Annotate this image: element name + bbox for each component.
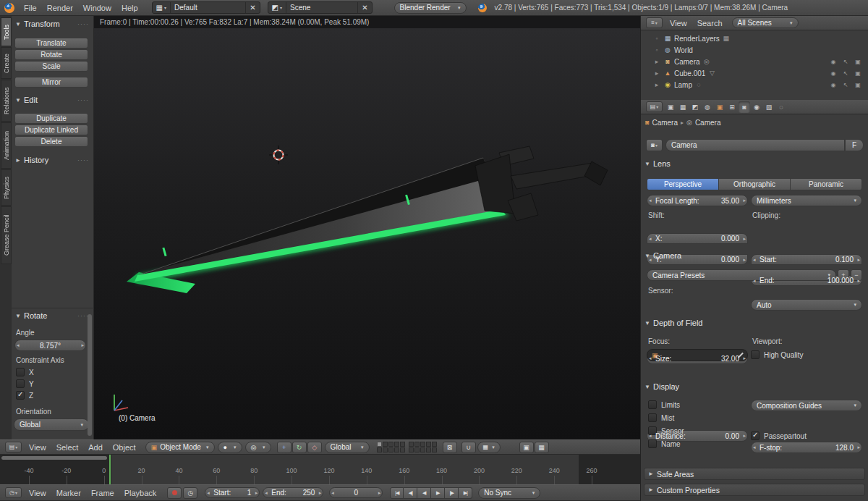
high-quality-checkbox[interactable]: [751, 350, 760, 359]
viewport-menu-view[interactable]: View: [24, 443, 51, 452]
mist-checkbox[interactable]: [648, 413, 657, 422]
layer-toggle[interactable]: [400, 442, 405, 447]
layer-toggle[interactable]: [388, 447, 393, 452]
mode-dropdown[interactable]: ▣ Object Mode: [145, 442, 215, 453]
viewport-menu-add[interactable]: Add: [83, 443, 108, 452]
layer-toggle[interactable]: [432, 442, 437, 447]
layer-toggle[interactable]: [426, 447, 431, 452]
current-frame-field[interactable]: 0: [329, 487, 383, 498]
layer-toggle[interactable]: [409, 447, 414, 452]
layer-toggle[interactable]: [414, 442, 420, 447]
layer-toggle[interactable]: [394, 447, 399, 452]
render-restrict-icon[interactable]: ▣: [853, 59, 863, 65]
visibility-restrict-icon[interactable]: ◉: [828, 70, 838, 77]
outliner-row-renderlayers[interactable]: ◦ ▦ RenderLayers ▦: [641, 33, 868, 44]
viewport-scene[interactable]: [94, 28, 640, 439]
av-sync-dropdown[interactable]: No Sync: [478, 487, 540, 499]
properties-tab-scene[interactable]: ◩: [689, 101, 701, 113]
perspective-button[interactable]: Perspective: [647, 178, 719, 190]
angle-value-field[interactable]: 8.757°: [14, 340, 86, 351]
menu-window[interactable]: Window: [78, 4, 116, 12]
translate-manipulator-button[interactable]: +: [277, 442, 292, 453]
properties-tab-render-layers[interactable]: ▦: [677, 101, 689, 113]
outliner-menu-search[interactable]: Search: [692, 19, 728, 28]
menu-file[interactable]: File: [19, 4, 42, 12]
selectability-restrict-icon[interactable]: ↖: [841, 70, 851, 77]
snap-element-dropdown[interactable]: ▦: [477, 442, 501, 453]
breadcrumb-object[interactable]: Camera: [652, 119, 678, 127]
transform-panel-header[interactable]: ▼Transform: [14, 20, 91, 28]
tab-physics[interactable]: Physics: [1, 169, 12, 206]
transform-orientation-dropdown[interactable]: Global: [325, 442, 370, 453]
blender-logo-icon[interactable]: [4, 3, 14, 13]
passepartout-checkbox[interactable]: [751, 431, 760, 440]
visibility-restrict-icon[interactable]: ◉: [828, 59, 838, 65]
camera-presets-dropdown[interactable]: Camera Presets: [647, 269, 836, 281]
orthographic-button[interactable]: Orthographic: [719, 178, 791, 190]
rotate-operator-header[interactable]: ▼Rotate: [14, 311, 91, 320]
properties-tab-world[interactable]: ◍: [702, 101, 713, 113]
playback-button[interactable]: ▶: [431, 487, 445, 499]
mirror-button[interactable]: Mirror: [14, 77, 88, 88]
layer-toggle[interactable]: [377, 442, 382, 447]
playback-button[interactable]: |▶: [445, 487, 459, 499]
delete-button[interactable]: Delete: [14, 136, 88, 147]
panel-grip[interactable]: [77, 20, 91, 28]
layer-toggle[interactable]: [400, 447, 405, 452]
layer-toggle[interactable]: [414, 447, 420, 452]
fake-user-button[interactable]: F: [845, 139, 864, 151]
outliner-menu-view[interactable]: View: [665, 19, 692, 28]
layer-toggle[interactable]: [409, 442, 414, 447]
preview-range-button[interactable]: ◷: [183, 487, 197, 499]
scene-browse-button[interactable]: ◩: [268, 2, 286, 13]
x-axis-checkbox[interactable]: [16, 368, 25, 376]
layer-toggle[interactable]: [388, 442, 393, 447]
timeline-menu-frame[interactable]: Frame: [86, 489, 119, 497]
edit-panel-header[interactable]: ▼Edit: [14, 96, 91, 104]
name-checkbox[interactable]: [648, 439, 657, 448]
tab-relations[interactable]: Relations: [1, 80, 12, 122]
viewport-menu-object[interactable]: Object: [108, 443, 141, 452]
layer-toggle[interactable]: [377, 447, 382, 452]
outliner-row-camera[interactable]: ▸ ◙ Camera ◎ ◉ ↖ ▣: [641, 56, 868, 67]
breadcrumb-data[interactable]: Camera: [695, 119, 721, 127]
snap-toggle-button[interactable]: ∪: [461, 442, 476, 453]
visibility-restrict-icon[interactable]: ◉: [828, 82, 838, 88]
playback-button[interactable]: ◀|: [404, 487, 417, 499]
tool-shelf-scrollbar[interactable]: [88, 314, 92, 436]
rotate-manipulator-button[interactable]: ↻: [292, 442, 307, 453]
dof-panel-header[interactable]: ▼Depth of Field: [644, 319, 862, 327]
playback-button[interactable]: ◀: [417, 487, 431, 499]
datablock-name-field[interactable]: Camera: [665, 139, 845, 151]
properties-tab-texture[interactable]: ▨: [763, 101, 775, 113]
frame-end-field[interactable]: End:250: [263, 487, 323, 498]
scene-name[interactable]: Scene: [286, 2, 357, 13]
screen-layout-close-button[interactable]: ✕: [245, 2, 259, 13]
expander-icon[interactable]: ▸: [652, 70, 661, 77]
properties-tab-render[interactable]: ▣: [665, 101, 676, 113]
layer-toggle[interactable]: [383, 447, 388, 452]
sword-model[interactable]: [127, 146, 608, 293]
tab-tools[interactable]: Tools: [1, 17, 12, 46]
lock-to-scene-button[interactable]: ⊠: [443, 442, 457, 453]
rotate-button[interactable]: Rotate: [14, 49, 88, 60]
properties-tab-object[interactable]: ▣: [714, 101, 726, 113]
render-restrict-icon[interactable]: ▣: [853, 70, 863, 77]
timeline-editor-type-button[interactable]: ◷: [5, 487, 22, 498]
timeline-scrollbar[interactable]: [1, 456, 107, 460]
timeline-menu-playback[interactable]: Playback: [119, 489, 162, 497]
opengl-render-button[interactable]: ▣: [519, 442, 534, 453]
layer-toggle[interactable]: [420, 447, 425, 452]
scale-manipulator-button[interactable]: ◇: [307, 442, 322, 453]
pivot-center-dropdown[interactable]: ◎: [245, 442, 271, 453]
viewport-menu-select[interactable]: Select: [51, 443, 84, 452]
timeline-menu-view[interactable]: View: [24, 489, 51, 497]
menu-help[interactable]: Help: [116, 4, 143, 12]
layer-toggle[interactable]: [420, 442, 425, 447]
tab-animation[interactable]: Animation: [1, 122, 12, 169]
sensor-fit-dropdown[interactable]: Auto: [751, 299, 862, 311]
duplicate-button[interactable]: Duplicate: [14, 113, 88, 124]
display-panel-header[interactable]: ▼Display: [644, 382, 862, 391]
playback-button[interactable]: |◀: [390, 487, 404, 499]
render-restrict-icon[interactable]: ▣: [853, 82, 863, 88]
